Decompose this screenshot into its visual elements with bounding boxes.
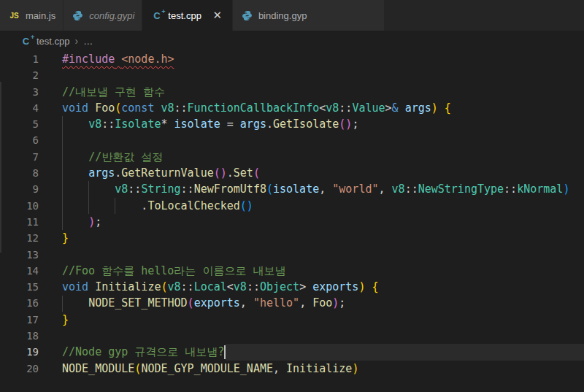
code-token: :: xyxy=(181,181,194,197)
code-token: kNormal xyxy=(517,181,563,197)
code-line[interactable]: 6 xyxy=(0,132,584,148)
code-token: v8 xyxy=(168,279,181,295)
code-line-content: v8::Isolate* isolate = args.GetIsolate()… xyxy=(39,116,584,132)
code-token: isolate xyxy=(273,181,319,197)
code-token xyxy=(62,295,88,311)
tab-test-cpp[interactable]: C+ test.cpp ✕ xyxy=(142,0,233,31)
code-token: , xyxy=(319,181,332,197)
line-number[interactable]: 18 xyxy=(0,328,39,344)
line-number[interactable]: 5 xyxy=(0,116,39,132)
tab-main-js[interactable]: JS main.js xyxy=(0,0,64,31)
code-line[interactable]: 8 args.GetReturnValue().Set( xyxy=(0,165,584,181)
code-line[interactable]: 15void Initialize(v8::Local<v8::Object> … xyxy=(0,279,584,295)
line-number[interactable]: 6 xyxy=(0,132,39,148)
code-token: < xyxy=(227,279,234,295)
code-token: ToLocalChecked xyxy=(147,198,239,214)
code-token: FunctionCallbackInfo xyxy=(188,100,320,116)
code-line[interactable]: 12} xyxy=(0,230,584,246)
line-number[interactable]: 1 xyxy=(0,51,39,67)
code-line[interactable]: 4void Foo(const v8::FunctionCallbackInfo… xyxy=(0,100,584,116)
code-token: void xyxy=(62,279,88,295)
code-editor[interactable]: 1#include <node.h>23//내보낼 구현 함수4void Foo… xyxy=(0,51,584,392)
chevron-right-icon: › xyxy=(75,35,79,47)
line-number[interactable]: 14 xyxy=(0,263,39,279)
line-number[interactable]: 15 xyxy=(0,279,39,295)
code-line[interactable]: 10 .ToLocalChecked() xyxy=(0,198,584,214)
code-token xyxy=(88,279,95,295)
code-line[interactable]: 1#include <node.h> xyxy=(0,51,584,67)
code-token: = xyxy=(220,116,240,132)
code-token: NODE_GYP_MODULE_NAME xyxy=(141,361,273,377)
line-number[interactable]: 11 xyxy=(0,214,39,230)
tab-binding-gyp[interactable]: binding.gyp xyxy=(233,0,385,31)
line-number[interactable]: 2 xyxy=(0,67,39,83)
code-line-content: ); xyxy=(39,214,584,230)
code-line[interactable]: 16 NODE_SET_METHOD(exports, "hello", Foo… xyxy=(0,295,584,311)
code-token: NODE_SET_METHOD xyxy=(88,295,187,311)
code-token: "world" xyxy=(332,181,378,197)
cpp-icon: C+ xyxy=(150,9,163,22)
code-line-content xyxy=(39,67,584,83)
breadcrumb-item-symbol[interactable]: … xyxy=(83,36,93,47)
code-token: , xyxy=(273,361,286,377)
code-line-content: } xyxy=(39,312,584,328)
code-token: ; xyxy=(95,214,101,230)
line-number[interactable]: 7 xyxy=(0,149,39,165)
line-number[interactable]: 9 xyxy=(0,181,39,197)
code-line[interactable]: 19//Node gyp 규격으로 내보냄? xyxy=(0,344,584,360)
code-token: Foo xyxy=(312,295,332,311)
code-line-content xyxy=(39,328,584,344)
code-token: v8 xyxy=(88,116,101,132)
code-token: ) xyxy=(88,214,95,230)
tab-label: test.cpp xyxy=(168,10,201,21)
line-number[interactable]: 17 xyxy=(0,312,39,328)
code-token: Set xyxy=(234,165,253,181)
code-line[interactable]: 17} xyxy=(0,312,584,328)
line-number[interactable]: 10 xyxy=(0,198,39,214)
code-token xyxy=(365,279,372,295)
code-token: //내보낼 구현 함수 xyxy=(62,84,165,100)
line-number[interactable]: 3 xyxy=(0,84,39,100)
code-token: args xyxy=(405,100,431,116)
code-token: NewStringType xyxy=(418,181,504,197)
code-line-content xyxy=(39,132,584,148)
code-line[interactable]: 3//내보낼 구현 함수 xyxy=(0,84,584,100)
code-line-content: v8::String::NewFromUtf8(isolate, "world"… xyxy=(39,181,584,197)
code-line-content: NODE_SET_METHOD(exports, "hello", Foo); xyxy=(39,295,584,311)
code-line[interactable]: 18 xyxy=(0,328,584,344)
tab-config-gypi[interactable]: config.gypi xyxy=(64,0,142,31)
line-number[interactable]: 19 xyxy=(0,344,39,360)
breadcrumb-item-file[interactable]: test.cpp xyxy=(36,36,70,47)
line-number[interactable]: 13 xyxy=(0,247,39,263)
code-token: , xyxy=(379,181,392,197)
code-token: ; xyxy=(339,295,345,311)
line-number[interactable]: 16 xyxy=(0,295,39,311)
code-token: * xyxy=(161,116,174,132)
code-token: Value xyxy=(352,100,385,116)
code-token: ) xyxy=(431,100,438,116)
code-line[interactable]: 5 v8::Isolate* isolate = args.GetIsolate… xyxy=(0,116,584,132)
code-token: exports xyxy=(312,279,358,295)
line-number[interactable]: 8 xyxy=(0,165,39,181)
code-line[interactable]: 14//Foo 함수를 hello라는 이름으로 내보냄 xyxy=(0,263,584,279)
code-token: exports xyxy=(194,295,240,311)
code-line[interactable]: 11 ); xyxy=(0,214,584,230)
line-number[interactable]: 4 xyxy=(0,100,39,116)
code-token: v8 xyxy=(234,279,247,295)
close-icon[interactable]: ✕ xyxy=(210,8,225,23)
line-number[interactable]: 20 xyxy=(0,361,39,377)
code-token: & xyxy=(392,100,399,116)
code-line[interactable]: 13 xyxy=(0,247,584,263)
code-token: } xyxy=(62,230,69,246)
code-token: :: xyxy=(504,181,517,197)
code-token: . xyxy=(115,165,121,181)
code-token: { xyxy=(445,100,451,116)
code-token: GetReturnValue xyxy=(121,165,213,181)
line-number[interactable]: 12 xyxy=(0,230,39,246)
code-line[interactable]: 2 xyxy=(0,67,584,83)
code-line[interactable]: 20NODE_MODULE(NODE_GYP_MODULE_NAME, Init… xyxy=(0,361,584,377)
code-line[interactable]: 9 v8::String::NewFromUtf8(isolate, "worl… xyxy=(0,181,584,197)
code-line-content: //Foo 함수를 hello라는 이름으로 내보냄 xyxy=(39,263,584,279)
code-token xyxy=(62,165,88,181)
code-line[interactable]: 7 //반환값 설정 xyxy=(0,149,584,165)
